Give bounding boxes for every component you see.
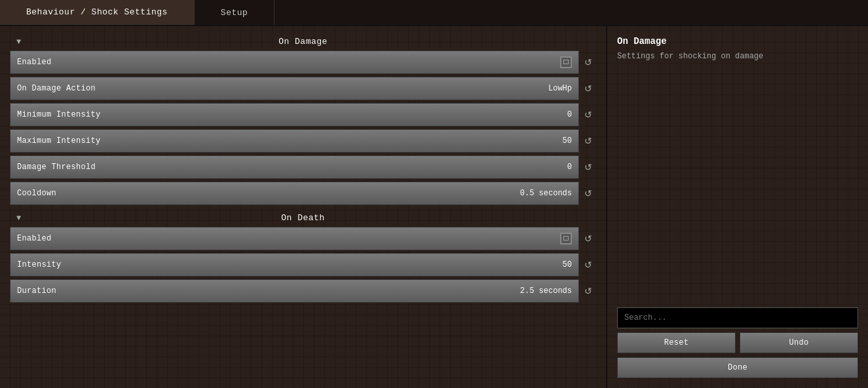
- damage-threshold-label: Damage Threshold: [17, 163, 96, 172]
- on-death-enabled-field: Enabled □: [10, 227, 579, 250]
- done-row: Done: [617, 357, 858, 378]
- min-intensity-label: Minimum Intensity: [17, 110, 101, 119]
- damage-threshold-reset[interactable]: ↺: [580, 155, 596, 179]
- tab-bar: Behaviour / Shock Settings Setup: [0, 0, 868, 26]
- on-damage-enabled-field: Enabled □: [10, 50, 579, 74]
- on-damage-enabled-row: Enabled □ ↺: [10, 50, 596, 74]
- tab-behaviour[interactable]: Behaviour / Shock Settings: [0, 0, 195, 25]
- on-damage-action-value: LowHp: [548, 84, 572, 93]
- on-damage-title: On Damage: [278, 37, 328, 47]
- intensity-label: Intensity: [17, 260, 62, 269]
- done-button[interactable]: Done: [617, 357, 858, 378]
- cooldown-row: Cooldown 0.5 seconds ↺: [10, 182, 596, 205]
- left-panel: ▼ On Damage Enabled □ ↺ On Damage Action…: [0, 26, 606, 388]
- right-panel-bottom: Reset Undo Done: [617, 307, 858, 378]
- min-intensity-value: 0: [567, 110, 572, 119]
- on-damage-header: ▼ On Damage: [10, 33, 596, 50]
- search-input[interactable]: [617, 307, 858, 328]
- on-death-enabled-value[interactable]: □: [560, 233, 572, 244]
- damage-threshold-value: 0: [567, 163, 572, 172]
- intensity-row: Intensity 50 ↺: [10, 253, 596, 277]
- duration-reset[interactable]: ↺: [580, 279, 596, 303]
- reset-button[interactable]: Reset: [617, 332, 736, 353]
- on-death-enabled-row: Enabled □ ↺: [10, 227, 596, 250]
- duration-value: 2.5 seconds: [520, 286, 572, 296]
- max-intensity-label: Maximum Intensity: [17, 136, 101, 146]
- on-damage-enabled-reset[interactable]: ↺: [580, 50, 596, 74]
- info-description: Settings for shocking on damage: [617, 50, 858, 62]
- undo-button[interactable]: Undo: [740, 332, 858, 353]
- right-panel: On Damage Settings for shocking on damag…: [606, 26, 868, 388]
- on-death-enabled-checkbox[interactable]: □: [560, 233, 572, 244]
- reset-undo-row: Reset Undo: [617, 332, 858, 353]
- on-death-enabled-label: Enabled: [17, 234, 52, 243]
- max-intensity-row: Maximum Intensity 50 ↺: [10, 129, 596, 153]
- intensity-reset[interactable]: ↺: [580, 253, 596, 277]
- min-intensity-reset[interactable]: ↺: [580, 103, 596, 126]
- info-title: On Damage: [617, 36, 858, 47]
- cooldown-field: Cooldown 0.5 seconds: [10, 182, 579, 205]
- min-intensity-field: Minimum Intensity 0: [10, 103, 579, 126]
- on-damage-enabled-label: Enabled: [17, 58, 52, 67]
- cooldown-label: Cooldown: [17, 189, 56, 198]
- on-damage-enabled-checkbox[interactable]: □: [560, 56, 572, 68]
- on-damage-action-row: On Damage Action LowHp ↺: [10, 77, 596, 100]
- on-damage-action-label: On Damage Action: [17, 84, 96, 93]
- tab-behaviour-label: Behaviour / Shock Settings: [26, 7, 168, 17]
- filter-icon-damage: ▼: [16, 37, 22, 47]
- on-damage-action-field: On Damage Action LowHp: [10, 77, 579, 100]
- damage-threshold-field: Damage Threshold 0: [10, 155, 579, 179]
- max-intensity-field: Maximum Intensity 50: [10, 129, 579, 153]
- duration-field: Duration 2.5 seconds: [10, 279, 579, 303]
- content-area: ▼ On Damage Enabled □ ↺ On Damage Action…: [0, 26, 868, 388]
- duration-label: Duration: [17, 286, 56, 296]
- main-container: Behaviour / Shock Settings Setup ▼ On Da…: [0, 0, 868, 388]
- on-death-enabled-reset[interactable]: ↺: [580, 227, 596, 250]
- on-death-header: ▼ On Death: [10, 209, 596, 227]
- on-damage-enabled-value[interactable]: □: [560, 56, 572, 68]
- on-damage-action-reset[interactable]: ↺: [580, 77, 596, 100]
- max-intensity-value: 50: [563, 136, 572, 146]
- intensity-field: Intensity 50: [10, 253, 579, 277]
- tab-setup[interactable]: Setup: [195, 0, 275, 25]
- on-death-title: On Death: [281, 213, 324, 223]
- intensity-value: 50: [563, 260, 572, 269]
- cooldown-value: 0.5 seconds: [520, 189, 572, 198]
- damage-threshold-row: Damage Threshold 0 ↺: [10, 155, 596, 179]
- max-intensity-reset[interactable]: ↺: [580, 129, 596, 153]
- cooldown-reset[interactable]: ↺: [580, 182, 596, 205]
- duration-row: Duration 2.5 seconds ↺: [10, 279, 596, 303]
- tab-setup-label: Setup: [221, 8, 248, 18]
- min-intensity-row: Minimum Intensity 0 ↺: [10, 103, 596, 126]
- filter-icon-death: ▼: [16, 214, 22, 223]
